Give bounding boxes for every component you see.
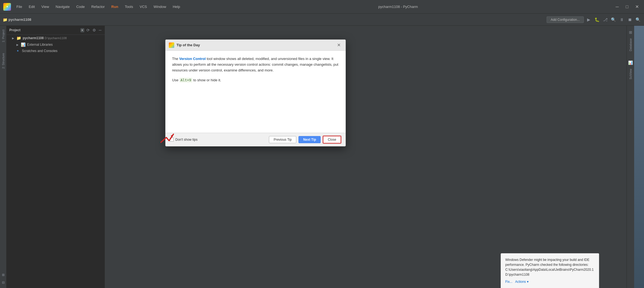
search-everywhere-icon[interactable]: 🔍 xyxy=(635,16,641,23)
tip-dialog-close-button[interactable]: ✕ xyxy=(335,42,342,48)
right-side-tabs: ⊞ Database 📊 SciView xyxy=(626,26,634,288)
run-with-coverage-icon[interactable]: ⎇ xyxy=(602,16,608,23)
run-icon[interactable]: ▶ xyxy=(585,16,592,23)
profile-icon[interactable]: 🔍 xyxy=(610,16,617,23)
left-side-tabs: 1: Project 2: Structure ⊞ ⊟ xyxy=(0,26,7,288)
tip-version-control-highlight: Version Control xyxy=(179,57,206,61)
sciview-tab[interactable]: SciView xyxy=(628,66,633,82)
dont-show-tips-area: Don't show tips xyxy=(170,138,267,142)
debug-icon[interactable]: 🐛 xyxy=(594,16,600,23)
menu-view[interactable]: View xyxy=(39,4,52,10)
library-icon: 📊 xyxy=(21,42,25,47)
minimize-panel-icon[interactable]: ─ xyxy=(98,27,102,33)
scratches-icon: ✦ xyxy=(16,49,19,53)
fix-link[interactable]: Fix... xyxy=(505,279,512,284)
toggle-icon[interactable]: ⊟ xyxy=(0,279,7,286)
sidebar-item-scratches-label: Scratches and Consoles xyxy=(22,49,57,53)
far-right-panel xyxy=(634,26,644,288)
tip-dialog-body: The Version Control tool window shows al… xyxy=(166,51,346,133)
menu-run[interactable]: Run xyxy=(109,4,121,10)
main-content: Tip of the Day ✕ The Version Control too… xyxy=(105,26,626,288)
sidebar-item-pycharm1108-label: pycharm1108 D:\pycharm1108 xyxy=(23,36,67,40)
tree-arrow-external: ▶ xyxy=(16,43,19,46)
menu-vcs[interactable]: VCS xyxy=(137,4,150,10)
notification-text: Windows Defender might be impacting your… xyxy=(505,257,594,277)
sidebar-title: Project xyxy=(9,28,79,32)
actions-link[interactable]: Actions ▾ xyxy=(515,279,529,284)
previous-tip-button[interactable]: Previous Tip xyxy=(269,136,296,143)
menu-help[interactable]: Help xyxy=(170,4,183,10)
cog-icon[interactable]: ⚙ xyxy=(92,27,97,33)
dont-show-tips-checkbox[interactable] xyxy=(170,138,174,142)
sidebar-item-external-label: External Libraries xyxy=(27,43,53,47)
close-tip-button[interactable]: Close xyxy=(323,136,341,143)
sidebar-item-project-tab[interactable]: 1: Project xyxy=(1,27,6,45)
tip-text-1: The Version Control tool window shows al… xyxy=(172,56,339,73)
sidebar-header: Project ▾ ⟳ ⚙ ─ xyxy=(7,26,105,35)
structure-icon[interactable]: ⊞ xyxy=(0,272,7,278)
menu-code[interactable]: Code xyxy=(74,4,88,10)
actions-dropdown-icon: ▾ xyxy=(527,280,529,284)
notification-panel: Windows Defender might be impacting your… xyxy=(501,253,599,288)
project-name-toolbar: pycharm1108 xyxy=(8,18,31,22)
sync-icon[interactable]: ⟳ xyxy=(86,27,90,33)
add-configuration-button[interactable]: Add Configuration... xyxy=(547,16,584,23)
close-button[interactable]: ✕ xyxy=(633,3,641,11)
sidebar-item-structure-tab[interactable]: 2: Structure xyxy=(1,50,6,71)
tip-alt9-highlight: Alt+9 xyxy=(179,78,192,82)
window-controls: ─ □ ✕ xyxy=(613,3,641,11)
stop-icon[interactable]: ⏹ xyxy=(626,16,633,23)
database-tab-icon[interactable]: ⊞ xyxy=(628,29,633,36)
window-title: pycharm1108 - PyCharm xyxy=(183,5,613,9)
dont-show-tips-label[interactable]: Don't show tips xyxy=(175,138,198,142)
tip-dialog-logo-icon xyxy=(169,42,174,48)
tip-dialog: Tip of the Day ✕ The Version Control too… xyxy=(165,39,346,146)
tip-text-2-start: Use xyxy=(172,78,179,82)
tip-dialog-header: Tip of the Day ✕ xyxy=(166,40,346,51)
tip-dialog-footer: Don't show tips Previous Tip Next Tip Cl… xyxy=(166,133,346,146)
main-layout: 1: Project 2: Structure ⊞ ⊟ Project ▾ ⟳ … xyxy=(0,26,644,288)
maximize-button[interactable]: □ xyxy=(623,3,631,11)
database-tab[interactable]: Database xyxy=(628,36,633,54)
app-logo: ✦ xyxy=(3,3,11,11)
sidebar-item-external-libraries[interactable]: ▶ 📊 External Libraries xyxy=(7,41,105,48)
sciview-tab-icon[interactable]: 📊 xyxy=(627,59,634,66)
tree-arrow-pycharm1108: ▶ xyxy=(12,37,14,40)
sidebar-item-pycharm1108[interactable]: ▶ 📁 pycharm1108 D:\pycharm1108 xyxy=(7,35,105,41)
title-bar: ✦ File Edit View Navigate Code Refactor … xyxy=(0,0,644,14)
tip-dialog-title: Tip of the Day xyxy=(176,43,333,47)
menu-edit[interactable]: Edit xyxy=(26,4,37,10)
toolbar: 📁 pycharm1108 Add Configuration... ▶ 🐛 ⎇… xyxy=(0,14,644,26)
tip-text-1-start: The xyxy=(172,57,179,61)
menu-file[interactable]: File xyxy=(14,4,25,10)
folder-icon-pycharm1108: 📁 xyxy=(16,36,21,40)
menu-tools[interactable]: Tools xyxy=(122,4,136,10)
actions-label: Actions xyxy=(515,280,526,284)
tip-text-2: Use Alt+9 to show or hide it. xyxy=(172,77,339,83)
red-checkmark-annotation xyxy=(159,132,175,144)
menu-bar: File Edit View Navigate Code Refactor Ru… xyxy=(14,4,183,10)
minimize-button[interactable]: ─ xyxy=(613,3,621,11)
menu-navigate[interactable]: Navigate xyxy=(53,4,72,10)
concurrency-icon[interactable]: ⏸ xyxy=(618,16,625,23)
sidebar-item-scratches[interactable]: ✦ Scratches and Consoles xyxy=(7,48,105,54)
menu-window[interactable]: Window xyxy=(151,4,169,10)
tip-text-2-end: to show or hide it. xyxy=(192,78,221,82)
menu-refactor[interactable]: Refactor xyxy=(89,4,108,10)
sidebar: Project ▾ ⟳ ⚙ ─ ▶ 📁 pycharm1108 D:\pycha… xyxy=(7,26,105,288)
next-tip-button[interactable]: Next Tip xyxy=(298,136,321,143)
notification-links: Fix... Actions ▾ xyxy=(505,279,594,284)
